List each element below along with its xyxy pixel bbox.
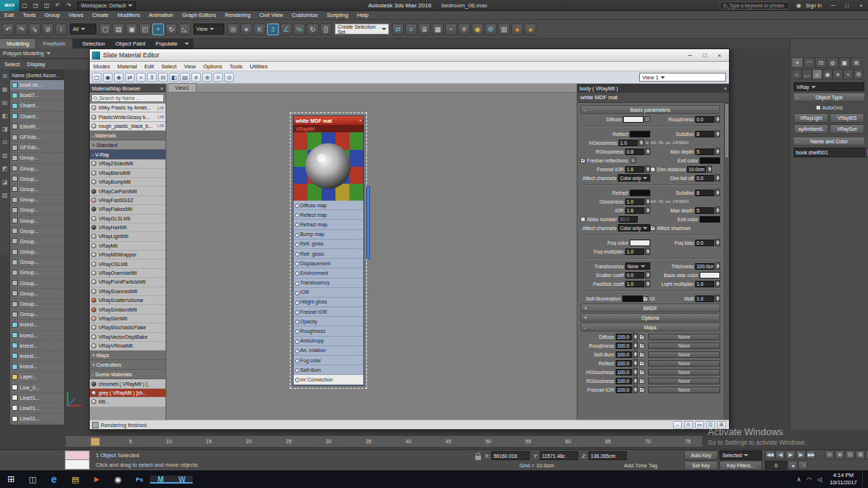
node-input-slot[interactable]: Anisotropy — [294, 337, 363, 346]
new-scene-icon[interactable]: ▢ — [20, 1, 29, 10]
scene-explorer-row[interactable]: Group... — [10, 164, 64, 174]
fog-multiplier-spinner[interactable] — [645, 248, 650, 255]
browser-material-item[interactable]: VRayBumpMtl — [90, 178, 166, 187]
browser-material-item[interactable]: VRayOSLMtl — [90, 259, 166, 268]
autogrid-checkbox[interactable] — [816, 105, 821, 110]
mult-field[interactable]: 1.0 — [695, 295, 714, 302]
diffuse-color-swatch[interactable] — [623, 116, 644, 123]
material-name-field[interactable]: white MDF mat — [577, 93, 729, 103]
ior-field[interactable]: 1.6 — [625, 207, 644, 214]
rglossiness-field[interactable]: 0.8 — [625, 148, 644, 155]
viewport-layout-icon[interactable]: ▤ — [2, 100, 8, 106]
display-tab-icon[interactable]: ▣ — [839, 57, 850, 68]
scene-explorer-row[interactable]: Group... — [10, 279, 64, 289]
ribbon-toggle-icon[interactable]: ▦ — [432, 24, 444, 35]
browser-material-item[interactable]: VRaySkinMtl — [90, 315, 166, 323]
scene-explorer-row[interactable]: Group... — [10, 184, 64, 195]
motion-tab-icon[interactable]: ◍ — [827, 57, 839, 68]
map-enable-checkbox[interactable] — [639, 334, 644, 340]
name-and-color-rollout[interactable]: -Name and Color — [793, 137, 865, 146]
scene-explorer-row[interactable]: Group... — [10, 257, 64, 268]
self-illumination-swatch[interactable] — [622, 295, 643, 302]
create-tab-icon[interactable]: + — [791, 57, 803, 68]
browser-material-item[interactable]: VRay2SidedMtl — [90, 159, 166, 168]
menu-item[interactable]: Customize — [288, 12, 322, 18]
named-selection-set-combo[interactable]: Create Selection Set — [335, 24, 389, 35]
key-filters-button[interactable]: Key Filters... — [719, 461, 762, 470]
translucency-dropdown[interactable]: None — [625, 262, 650, 270]
ribbon-tab[interactable]: Freeform — [36, 39, 72, 49]
task-view-icon[interactable]: ◫ — [22, 475, 43, 484]
vrayies-button[interactable]: VRayIES — [830, 113, 864, 123]
delete-selected-icon[interactable]: × — [136, 73, 146, 82]
fresnel-ior-spinner[interactable] — [645, 165, 650, 173]
zoom-extents-icon[interactable]: ⊡ — [706, 421, 715, 429]
dim-fall-off-spinner[interactable] — [715, 174, 720, 182]
layout-all-icon[interactable]: ≡ — [213, 73, 223, 82]
play-animation-icon[interactable]: ▶ — [786, 451, 795, 459]
dim-distance-field[interactable]: 10.0cm — [687, 166, 706, 173]
rendered-frame-icon[interactable]: ▥ — [498, 24, 510, 35]
fog-color-swatch[interactable] — [630, 240, 650, 246]
scene-explorer-row[interactable]: Group... — [10, 247, 64, 257]
menu-item[interactable]: Civil View — [255, 12, 287, 18]
edge-icon[interactable]: e — [43, 473, 65, 485]
zoom-icon[interactable]: ⊙ — [825, 451, 834, 459]
map-enable-checkbox[interactable] — [639, 343, 644, 348]
fog-bias-field[interactable]: 0.0 — [695, 240, 714, 246]
zoom-all-icon[interactable]: ⊕ — [835, 451, 844, 459]
rollout-header[interactable]: -Maps — [580, 323, 720, 331]
rollout-header[interactable]: +BRDF — [580, 304, 720, 312]
space-warps-category-icon[interactable]: ≈ — [843, 69, 853, 79]
slate-menu-item[interactable]: Edit — [140, 63, 157, 70]
menu-item[interactable]: Views — [64, 12, 88, 18]
map-enable-checkbox[interactable] — [639, 361, 644, 366]
maxscript-mini-listener[interactable] — [65, 451, 90, 460]
network-icon[interactable]: ◠ — [804, 476, 814, 483]
refract-max-depth-spinner[interactable] — [715, 207, 720, 214]
snaps-toggle-icon[interactable]: 3 — [267, 24, 279, 35]
scene-material-item[interactable]: chrome6 ( VRayMtl ) [.. — [90, 379, 166, 388]
viewport-layout-icon[interactable]: ⊟ — [2, 140, 7, 146]
browser-material-item[interactable]: VRayFastSSS2 — [90, 196, 166, 205]
menu-item[interactable]: Modifiers — [113, 12, 144, 18]
roughness-spinner[interactable] — [715, 115, 720, 123]
ribbon-collapse-icon[interactable] — [185, 43, 189, 45]
node-input-slot[interactable]: Environment — [294, 268, 363, 278]
vrayambientlight-button[interactable]: ayAmbientL — [794, 124, 828, 134]
viewport-layout-icon[interactable]: ◪ — [2, 179, 8, 185]
key-mode-toggle-icon[interactable]: ● — [788, 461, 797, 470]
scene-explorer-row[interactable]: Layer... — [10, 372, 64, 382]
go-to-end-icon[interactable]: ▶▶ — [806, 451, 816, 459]
refract-glossiness-field[interactable]: 1.0 — [625, 198, 644, 205]
help-search-input[interactable]: Type a keyword or phrase — [719, 1, 790, 10]
slate-menu-item[interactable]: Modes — [90, 63, 114, 70]
select-tool-icon[interactable]: ▢ — [92, 73, 102, 82]
add-time-tag-button[interactable]: Add Time Tag — [624, 462, 658, 469]
library-material-item[interactable]: rough_plastic_black_b... LIB — [90, 122, 166, 131]
map-enable-checkbox[interactable] — [639, 387, 644, 392]
map-slot-button[interactable]: None — [648, 369, 720, 376]
reflect-max-depth-spinner[interactable] — [715, 148, 720, 155]
reflect-subdivs-spinner[interactable] — [715, 130, 720, 137]
browser-material-item[interactable]: VRayStochasticFlake — [90, 323, 166, 332]
align-icon[interactable]: ≡ — [405, 24, 417, 35]
object-name-input[interactable] — [794, 148, 865, 157]
zoom-extents-selected-icon[interactable]: ⊞ — [717, 421, 726, 429]
zoom-tool-icon[interactable]: ⊙ — [684, 421, 693, 429]
geometry-category-icon[interactable]: ○ — [791, 69, 802, 79]
material-preview[interactable] — [294, 132, 363, 201]
undo-icon[interactable]: ↶ — [53, 1, 63, 10]
object-type-rollout[interactable]: -Object Type — [793, 93, 865, 101]
rglossiness-spinner[interactable] — [645, 148, 650, 155]
ribbon-strip-tab[interactable]: Object Paint — [110, 40, 151, 47]
layer-manager-icon[interactable]: ≣ — [419, 24, 430, 35]
action-center-button[interactable] — [862, 470, 868, 488]
fwd-bck-coeff-spinner[interactable] — [645, 280, 650, 287]
light-multiplier-spinner[interactable] — [715, 280, 720, 287]
select-by-name-icon[interactable]: ▤ — [113, 24, 124, 35]
ribbon-tab[interactable]: Modeling — [0, 39, 36, 49]
scene-explorer-row[interactable]: Group... — [10, 215, 64, 226]
scrollbar-thumb[interactable] — [725, 104, 728, 157]
window-crossing-icon[interactable]: ◰ — [139, 24, 151, 35]
